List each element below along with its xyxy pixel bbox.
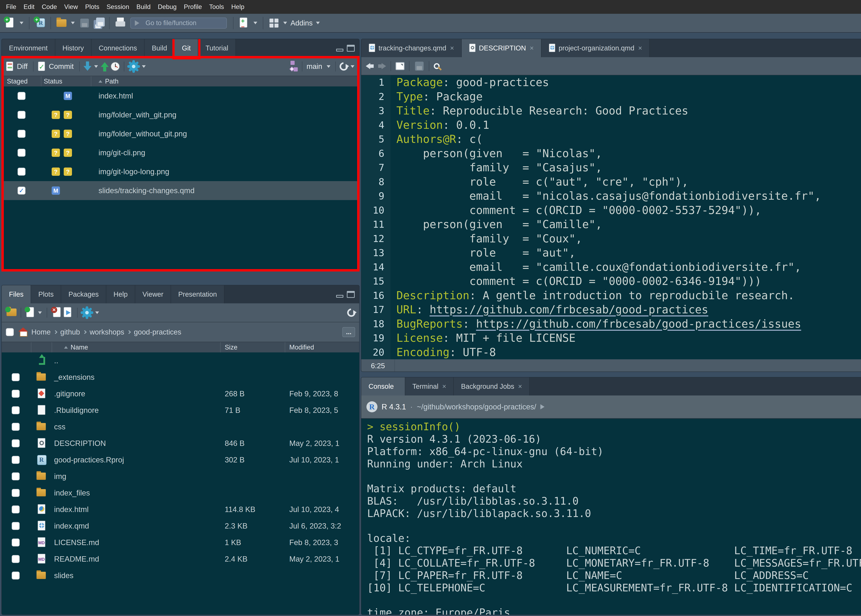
file-row[interactable]: .. — [2, 352, 359, 369]
file-checkbox[interactable] — [12, 539, 20, 547]
diff-button[interactable]: Diff — [17, 62, 28, 71]
delete-file-icon[interactable]: ✕ — [51, 306, 61, 319]
file-checkbox[interactable] — [12, 555, 20, 563]
refresh-icon[interactable] — [338, 61, 350, 72]
git-file-row[interactable]: ? ? img/folder_without_git.png — [2, 124, 359, 143]
git-file-row[interactable]: ? ? img/git-cli.png — [2, 143, 359, 162]
addins-dropdown-icon[interactable] — [316, 22, 320, 24]
menu-item[interactable]: Plots — [82, 3, 103, 11]
file-name[interactable]: index.qmd — [52, 522, 221, 530]
git-file-row[interactable]: ? ? img/git-logo-long.png — [2, 162, 359, 181]
file-name[interactable]: _extensions — [52, 373, 221, 382]
file-checkbox[interactable] — [12, 472, 20, 480]
file-name[interactable]: .gitignore — [52, 390, 221, 398]
close-tab-icon[interactable]: × — [518, 383, 522, 390]
select-all-checkbox[interactable] — [6, 328, 14, 336]
branch-selector[interactable]: main — [306, 62, 322, 71]
goto-file-input[interactable] — [130, 17, 227, 28]
file-row[interactable]: good-practices.Rproj 302 B Jul 10, 2023,… — [2, 452, 359, 468]
menu-item[interactable]: Debug — [154, 3, 180, 11]
file-row[interactable]: _extensions — [2, 369, 359, 385]
home-icon[interactable] — [18, 327, 28, 337]
editor-tab[interactable]: tracking-changes.qmd × — [361, 39, 462, 57]
panel-tab[interactable]: Files — [2, 285, 31, 303]
open-file-icon[interactable] — [55, 16, 68, 30]
new-blank-file-dropdown-icon[interactable] — [38, 311, 42, 314]
staged-checkbox[interactable] — [17, 130, 25, 138]
console-tab[interactable]: Console — [361, 377, 405, 396]
file-name[interactable]: DESCRIPTION — [52, 439, 221, 448]
code-editor[interactable]: 1 Package: good-practices 2 Type: Packag… — [361, 75, 861, 359]
menu-item[interactable]: Session — [103, 3, 133, 11]
new-file-icon[interactable]: + — [4, 16, 16, 30]
save-all-icon[interactable] — [93, 16, 105, 30]
editor-tab[interactable]: DESCRIPTION × — [462, 39, 541, 57]
refresh-dropdown-icon[interactable] — [350, 65, 354, 68]
file-checkbox[interactable] — [12, 489, 20, 497]
file-row[interactable]: README.md 2.4 KB May 2, 2023, 1 — [2, 551, 359, 567]
file-name[interactable]: .Rbuildignore — [52, 406, 221, 415]
new-file-dropdown-icon[interactable] — [20, 22, 24, 24]
panel-tab[interactable]: Connections — [91, 39, 145, 57]
file-row[interactable]: index_files — [2, 485, 359, 501]
file-checkbox[interactable] — [12, 373, 20, 381]
staged-checkbox[interactable] — [17, 187, 25, 195]
panel-tab[interactable]: History — [55, 39, 91, 57]
minimize-icon[interactable] — [336, 295, 343, 298]
menu-item[interactable]: Help — [228, 3, 248, 11]
file-name[interactable]: slides — [52, 571, 221, 580]
panel-tab[interactable]: Help — [106, 285, 135, 303]
git-gear-icon[interactable] — [129, 62, 138, 71]
file-name[interactable]: css — [52, 423, 221, 431]
panel-tab[interactable]: Git — [174, 39, 198, 57]
breadcrumb-item[interactable]: Home — [31, 328, 50, 336]
hyperlink-text[interactable]: https://github.com/frbcesab/good-practic… — [430, 303, 708, 316]
files-refresh-icon[interactable] — [346, 307, 357, 319]
branch-dropdown-icon[interactable] — [327, 65, 330, 68]
column-header-size[interactable]: Size — [221, 342, 285, 352]
commit-button[interactable]: Commit — [49, 62, 74, 71]
console-tab[interactable]: Background Jobs × — [454, 377, 529, 396]
editor-tab[interactable]: project-organization.qmd × — [541, 39, 650, 57]
breadcrumb-item[interactable]: workshops — [90, 328, 124, 336]
file-checkbox[interactable] — [12, 439, 20, 447]
close-tab-icon[interactable]: × — [450, 44, 454, 52]
new-project-icon[interactable]: + — [34, 16, 46, 30]
addins-grid-dropdown-icon[interactable] — [283, 22, 287, 24]
open-wd-arrow-icon[interactable] — [540, 404, 545, 409]
panel-tab[interactable]: Build — [145, 39, 174, 57]
file-row[interactable]: img — [2, 468, 359, 485]
open-file-dropdown-icon[interactable] — [71, 22, 75, 24]
file-name[interactable]: .. — [52, 357, 221, 365]
back-icon[interactable] — [366, 61, 375, 71]
file-name[interactable]: index.html — [52, 505, 221, 514]
staged-checkbox[interactable] — [17, 111, 25, 119]
menu-item[interactable]: Build — [133, 3, 154, 11]
open-in-new-window-icon[interactable] — [396, 62, 404, 70]
file-name[interactable]: good-practices.Rproj — [52, 456, 221, 464]
working-directory[interactable]: ~/github/workshops/good-practices/ — [417, 402, 536, 411]
file-name[interactable]: img — [52, 472, 221, 481]
staged-checkbox[interactable] — [17, 149, 25, 157]
file-row[interactable]: index.html 114.8 KB Jul 10, 2023, 4 — [2, 501, 359, 518]
menu-item[interactable]: File — [2, 3, 20, 11]
addins-button[interactable]: Addins — [291, 19, 313, 27]
staged-checkbox[interactable] — [17, 92, 25, 100]
panel-tab[interactable]: Tutorial — [198, 39, 236, 57]
menu-item[interactable]: Edit — [20, 3, 38, 11]
maximize-icon[interactable] — [347, 45, 355, 52]
panel-tab[interactable]: Presentation — [171, 285, 225, 303]
column-header-path[interactable]: Path — [91, 78, 359, 85]
close-tab-icon[interactable]: × — [638, 44, 642, 52]
menu-item[interactable]: Tools — [206, 3, 228, 11]
file-checkbox[interactable] — [12, 506, 20, 513]
close-tab-icon[interactable]: × — [530, 44, 534, 52]
staged-checkbox[interactable] — [17, 168, 25, 176]
breadcrumb-item[interactable]: good-practices — [134, 328, 181, 336]
minimize-icon[interactable] — [336, 49, 343, 52]
new-blank-file-icon[interactable] — [25, 306, 35, 319]
file-checkbox[interactable] — [12, 522, 20, 530]
file-checkbox[interactable] — [12, 406, 20, 414]
version-control-dropdown-icon[interactable] — [253, 22, 257, 24]
breadcrumb-item[interactable]: github — [60, 328, 80, 336]
